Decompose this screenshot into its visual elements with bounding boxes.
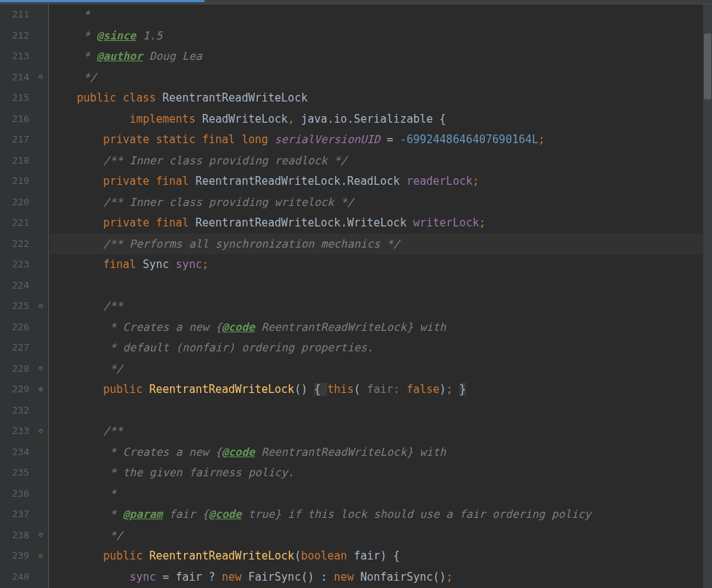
fold-collapse-icon[interactable]: ⊖ (37, 364, 45, 373)
line-number: 217 (0, 129, 29, 150)
line-number: 236 (0, 484, 29, 505)
scroll-thumb[interactable] (704, 34, 711, 99)
line-number: 214 (0, 67, 29, 88)
fold-expand-icon[interactable]: ⊕ (37, 385, 45, 394)
line-number: 240 (0, 567, 29, 588)
code-area[interactable]: * * @since 1.5 * @author Doug Lea */ pub… (48, 4, 712, 588)
code-text: */ (50, 362, 123, 375)
code-text: private static final long serialVersionU… (50, 129, 712, 150)
line-number: 212 (0, 26, 29, 47)
line-number: 218 (0, 150, 29, 172)
code-text: implements ReadWriteLock, java.io.Serial… (50, 109, 712, 130)
line-number: 237 (0, 504, 29, 525)
code-text: /** (50, 299, 123, 313)
line-number: 211 (0, 4, 29, 26)
line-number: 219 (0, 171, 29, 192)
code-editor: 211 212 213 214 215 216 217 218 219 220 … (0, 4, 712, 588)
line-number: 233 (0, 421, 29, 442)
code-text: */ (50, 71, 96, 84)
code-text: * @author Doug Lea (50, 50, 202, 63)
line-number: 216 (0, 109, 29, 130)
code-text: public ReentrantReadWriteLock() { this( … (50, 379, 712, 400)
line-number: 229 (0, 379, 29, 400)
line-number: 223 (0, 254, 29, 275)
line-number: 228 (0, 359, 29, 380)
line-number: 215 (0, 88, 29, 109)
fold-collapse-icon[interactable]: ⊖ (37, 530, 45, 539)
code-text: /** (50, 424, 123, 438)
code-text: * (50, 8, 90, 21)
code-text: private final ReentrantReadWriteLock.Rea… (50, 171, 712, 192)
fold-collapse-icon[interactable]: ⊖ (37, 302, 45, 310)
code-text: public ReentrantReadWriteLock(boolean fa… (50, 546, 712, 567)
line-number: 225 (0, 296, 29, 317)
code-text: * @since 1.5 (50, 29, 163, 42)
code-text (50, 275, 712, 297)
code-text: * Creates a new {@code ReentrantReadWrit… (50, 321, 446, 334)
code-text: * (50, 487, 116, 500)
code-text: final Sync sync; (50, 254, 712, 275)
fold-collapse-icon[interactable]: ⊖ (37, 427, 45, 435)
code-text (50, 400, 712, 421)
line-number: 213 (0, 46, 29, 67)
code-text: sync = fair ? new FairSync() : new Nonfa… (50, 567, 712, 588)
code-text: /** Inner class providing readlock */ (50, 154, 347, 167)
code-text: * the given fairness policy. (50, 466, 294, 479)
code-text: */ (50, 529, 123, 542)
code-text: * @param fair {@code true} if this lock … (50, 508, 592, 521)
line-number: 234 (0, 442, 29, 463)
line-number: 232 (0, 400, 29, 421)
code-text: /** Performs all synchronization mechani… (50, 237, 400, 251)
code-text: * default (nonfair) ordering properties. (50, 341, 374, 354)
line-number: 226 (0, 317, 29, 338)
line-number: 235 (0, 462, 29, 484)
code-text: private final ReentrantReadWriteLock.Wri… (50, 213, 712, 234)
line-number: 221 (0, 213, 29, 234)
fold-collapse-icon[interactable]: ⊖ (37, 551, 45, 560)
line-number-gutter: 211 212 213 214 215 216 217 218 219 220 … (0, 4, 35, 588)
line-number: 227 (0, 337, 29, 359)
line-number: 220 (0, 192, 29, 213)
code-text: * Creates a new {@code ReentrantReadWrit… (50, 446, 446, 459)
fold-column: ⊖ ⊖ ⊖ ⊕ ⊖ ⊖ ⊖ (35, 4, 48, 588)
vertical-scrollbar[interactable] (703, 4, 712, 588)
code-text: public class ReentrantReadWriteLock (50, 88, 712, 109)
line-number: 239 (0, 546, 29, 567)
line-number: 224 (0, 275, 29, 297)
line-number: 222 (0, 234, 29, 255)
code-text: /** Inner class providing writelock */ (50, 196, 353, 209)
line-number: 238 (0, 525, 29, 546)
fold-collapse-icon[interactable]: ⊖ (37, 72, 45, 81)
